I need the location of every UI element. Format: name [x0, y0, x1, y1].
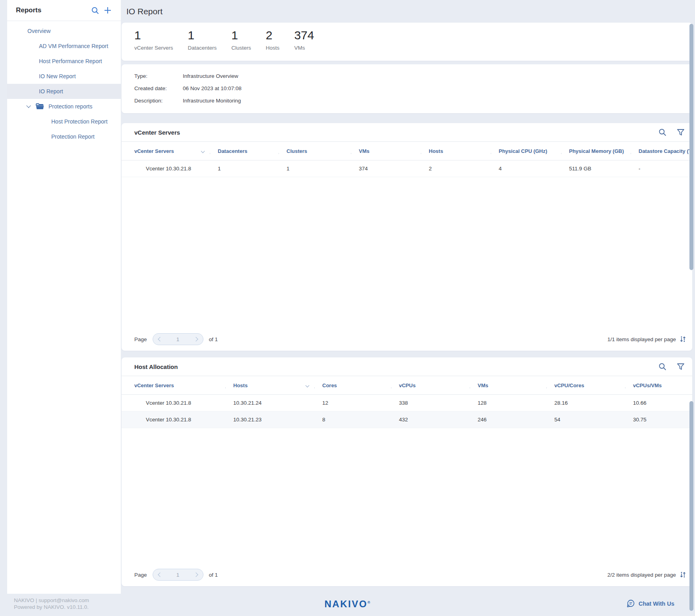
- column-header-clusters[interactable]: Clusters: [279, 148, 351, 154]
- column-header-vcpus-vms[interactable]: vCPUs/VMs: [625, 382, 692, 388]
- items-per-page-icon[interactable]: [680, 336, 686, 342]
- table-filter-icon[interactable]: [676, 128, 685, 137]
- column-header-datacenters[interactable]: Datacenters: [210, 148, 279, 154]
- page-number[interactable]: 1: [176, 572, 180, 578]
- footer-line2: Powered by NAKIVO. v10.11.0.: [14, 604, 89, 610]
- vertical-scrollbar[interactable]: [689, 0, 694, 616]
- column-header-vms[interactable]: VMs: [351, 148, 421, 154]
- column-header-label: vCenter Servers: [134, 148, 174, 154]
- table-cell: 10.66: [625, 400, 692, 406]
- chevron-down-icon[interactable]: [26, 103, 31, 108]
- sidebar-item-overview[interactable]: Overview: [7, 23, 121, 39]
- add-report-icon[interactable]: [103, 6, 112, 15]
- table-cell: 30.75: [625, 417, 692, 423]
- column-header-label: Clusters: [287, 148, 307, 154]
- stat-value: 374: [294, 28, 314, 42]
- sidebar-header: Reports: [7, 0, 121, 21]
- summary-stats-card: 1vCenter Servers1Datacenters1Clusters2Ho…: [122, 23, 692, 61]
- sidebar-item-label: Protection reports: [48, 103, 93, 110]
- sidebar-item-label: Overview: [27, 28, 50, 34]
- table-cell: 246: [470, 417, 546, 423]
- sidebar-item-protection-report[interactable]: Protection Report: [7, 129, 121, 144]
- items-per-page-text: 1/1 items displayed per page: [607, 336, 676, 342]
- table-cell: 8: [314, 417, 391, 423]
- table-cell: 4: [491, 166, 561, 172]
- detail-value: Infrastructure Monitoring: [183, 98, 241, 104]
- column-header-vcenter-servers[interactable]: vCenter Servers: [122, 382, 225, 388]
- stat-label: VMs: [294, 45, 314, 51]
- folder-icon: [36, 103, 44, 110]
- column-header-vcpus[interactable]: vCPUs: [391, 382, 470, 388]
- table-cell: 1: [210, 166, 279, 172]
- column-header-hosts[interactable]: Hosts: [421, 148, 491, 154]
- page-title: IO Report: [126, 7, 163, 16]
- sidebar-item-io-new-report[interactable]: IO New Report: [7, 69, 121, 84]
- column-header-physical-cpu-ghz-[interactable]: Physical CPU (GHz): [491, 148, 561, 154]
- items-per-page-icon[interactable]: [680, 572, 686, 578]
- column-header-cores[interactable]: Cores: [314, 382, 391, 388]
- sidebar-item-host-performance-report[interactable]: Host Performance Report: [7, 54, 121, 69]
- footer: NAKIVO | support@nakivo.com Powered by N…: [0, 594, 695, 616]
- stat-label: Clusters: [231, 45, 251, 51]
- sidebar-item-label: IO Report: [39, 88, 63, 95]
- page-label: Page: [134, 336, 147, 342]
- next-page-icon[interactable]: [194, 337, 198, 341]
- column-header-label: Hosts: [233, 382, 248, 388]
- page-total: of 1: [209, 336, 608, 342]
- table-cell: 54: [546, 417, 625, 423]
- detail-value: Infrastructure Overview: [183, 73, 238, 79]
- report-tree: OverviewAD VM Performance ReportHost Per…: [7, 21, 121, 144]
- table-body: Vcenter 10.30.21.81137424511.9 GB-: [122, 160, 692, 177]
- scrollbar-thumb[interactable]: [689, 401, 693, 611]
- column-header-label: Hosts: [429, 148, 443, 154]
- stat-value: 1: [134, 28, 173, 42]
- sidebar-item-protection-reports[interactable]: Protection reports: [7, 99, 121, 114]
- chat-with-us-button[interactable]: Chat With Us: [627, 599, 674, 608]
- column-header-vcpu-cores[interactable]: vCPU/Cores: [546, 382, 625, 388]
- detail-label: Description:: [134, 98, 183, 104]
- detail-row: Created date:06 Nov 2023 at 10:07:08: [134, 85, 692, 91]
- sidebar-item-ad-vm-performance-report[interactable]: AD VM Performance Report: [7, 39, 121, 54]
- scrollbar-thumb[interactable]: [689, 24, 693, 270]
- column-header-vms[interactable]: VMs: [470, 382, 546, 388]
- prev-page-icon[interactable]: [158, 337, 162, 341]
- sidebar-title: Reports: [16, 6, 87, 14]
- next-page-icon[interactable]: [194, 572, 198, 577]
- column-header-label: VMs: [359, 148, 370, 154]
- sidebar-item-host-protection-report[interactable]: Host Protection Report: [7, 114, 121, 129]
- column-header-physical-memory-gb-[interactable]: Physical Memory (GB): [561, 148, 631, 154]
- stat-label: Hosts: [266, 45, 280, 51]
- table-filter-icon[interactable]: [676, 362, 685, 371]
- main-content: IO Report 1vCenter Servers1Datacenters1C…: [122, 0, 692, 594]
- column-header-label: Datastore Capacity (TB): [639, 148, 692, 154]
- sidebar-item-label: Host Protection Report: [51, 118, 108, 125]
- table-row[interactable]: Vcenter 10.30.21.81137424511.9 GB-: [122, 160, 692, 177]
- column-header-hosts[interactable]: Hosts: [225, 382, 314, 388]
- page-control: 1: [153, 333, 203, 345]
- sidebar-item-io-report[interactable]: IO Report: [7, 84, 121, 99]
- table-cell: 28.16: [546, 400, 625, 406]
- pagination-bar: Page 1 of 1 2/2 items displayed per page: [134, 568, 686, 581]
- detail-label: Type:: [134, 73, 183, 79]
- column-header-label: Physical CPU (GHz): [499, 148, 547, 154]
- table-cell: 10.30.21.23: [225, 417, 314, 423]
- sidebar-item-label: Protection Report: [51, 133, 95, 140]
- table-search-icon[interactable]: [658, 362, 667, 371]
- table-cell: -: [631, 166, 692, 172]
- column-header-vcenter-servers[interactable]: vCenter Servers: [122, 148, 210, 154]
- table-row[interactable]: Vcenter 10.30.21.810.30.21.2384322465430…: [122, 411, 692, 428]
- detail-value: 06 Nov 2023 at 10:07:08: [183, 85, 242, 91]
- page-number[interactable]: 1: [176, 336, 180, 342]
- table-search-icon[interactable]: [658, 128, 667, 137]
- stat-clusters: 1Clusters: [231, 28, 251, 51]
- stat-value: 1: [188, 28, 217, 42]
- detail-row: Type:Infrastructure Overview: [134, 73, 692, 79]
- section-header: vCenter Servers: [122, 123, 692, 142]
- prev-page-icon[interactable]: [158, 572, 162, 577]
- report-header-bar: IO Report: [122, 3, 692, 20]
- table-row[interactable]: Vcenter 10.30.21.810.30.21.241233812828.…: [122, 395, 692, 411]
- column-header-datastore-capacity-tb-[interactable]: Datastore Capacity (TB): [631, 148, 692, 154]
- chat-icon: [627, 599, 635, 608]
- column-header-label: vCPUs/VMs: [633, 382, 662, 388]
- search-icon[interactable]: [91, 6, 99, 15]
